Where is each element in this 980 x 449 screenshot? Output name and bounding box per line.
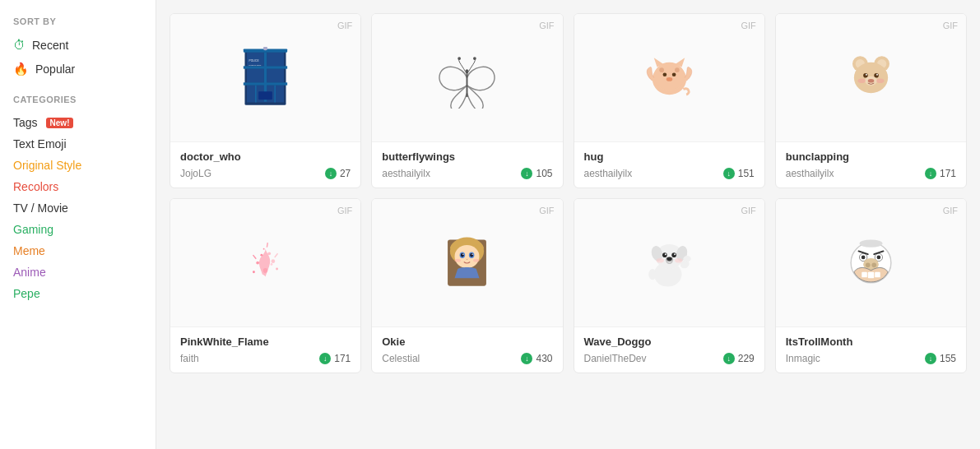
- svg-point-39: [876, 78, 884, 83]
- svg-point-48: [271, 263, 273, 266]
- tags-label: Tags: [13, 116, 38, 129]
- pink-flame-image: [235, 232, 296, 294]
- card-info: bunclapping aesthailyilx ↓ 171: [776, 141, 966, 187]
- card-meta: aesthailyilx ↓ 171: [786, 168, 956, 179]
- card-meta: Celestial ↓ 430: [382, 353, 552, 364]
- sort-by-label: SORT BY: [13, 16, 142, 26]
- svg-point-82: [862, 256, 866, 260]
- gif-label: GIF: [539, 21, 554, 30]
- svg-point-33: [874, 73, 879, 78]
- card-gif-area: GIF: [776, 199, 966, 326]
- card-title: doctor_who: [180, 150, 351, 163]
- download-count: 430: [536, 353, 552, 364]
- sort-popular-label: Popular: [35, 62, 75, 76]
- svg-point-38: [857, 78, 865, 83]
- new-badge: New!: [46, 118, 74, 128]
- svg-point-21: [653, 62, 685, 90]
- gif-label: GIF: [741, 21, 755, 30]
- download-icon: ↓: [723, 353, 735, 364]
- card-meta: faith ↓ 171: [180, 353, 351, 364]
- card-meta: Inmagic ↓ 155: [786, 353, 956, 364]
- svg-point-59: [462, 253, 464, 255]
- sticker-card-itstrollmonth[interactable]: GIF: [775, 198, 967, 373]
- svg-point-77: [675, 258, 682, 263]
- categories-label: CATEGORIES: [13, 95, 142, 104]
- card-author: faith: [180, 353, 199, 364]
- card-title: butterflywings: [382, 150, 552, 163]
- card-meta: JojoLG ↓ 27: [180, 168, 351, 179]
- gif-label: GIF: [741, 206, 755, 215]
- card-title: PinkWhite_Flame: [180, 336, 351, 348]
- svg-rect-88: [868, 272, 875, 279]
- original-style-label: Original Style: [13, 159, 81, 172]
- card-info: doctor_who JojoLG ↓ 27: [170, 141, 360, 187]
- sticker-card-hug[interactable]: GIF: [574, 13, 765, 188]
- download-icon: ↓: [521, 168, 532, 179]
- sidebar: SORT BY ⏱ Recent 🔥 Popular CATEGORIES Ta…: [0, 0, 156, 449]
- card-downloads: ↓ 151: [723, 168, 755, 179]
- svg-point-26: [675, 67, 680, 72]
- tv-movie-label: TV / Movie: [13, 201, 68, 215]
- card-author: Inmagic: [786, 353, 820, 364]
- svg-point-41: [256, 262, 259, 265]
- sidebar-item-tv-movie[interactable]: TV / Movie: [13, 198, 142, 218]
- card-info: PinkWhite_Flame faith ↓ 171: [170, 326, 360, 373]
- sticker-card-wave-doggo[interactable]: GIF: [574, 198, 765, 373]
- download-icon: ↓: [925, 353, 936, 364]
- svg-rect-11: [274, 86, 276, 103]
- troll-image: [840, 232, 902, 294]
- sort-recent-label: Recent: [32, 39, 68, 52]
- sticker-card-okie[interactable]: GIF: [371, 198, 563, 373]
- main-content: GIF POLICE: [156, 0, 980, 449]
- text-emoji-label: Text Emoji: [13, 137, 67, 150]
- card-title: bunclapping: [786, 150, 956, 163]
- svg-point-47: [263, 248, 265, 250]
- svg-rect-2: [267, 53, 284, 67]
- card-gif-area: GIF: [574, 199, 764, 326]
- sidebar-item-tags[interactable]: Tags New!: [13, 113, 142, 132]
- svg-point-83: [876, 256, 880, 260]
- sidebar-item-pepe[interactable]: Pepe: [13, 284, 142, 303]
- sticker-card-bunclapping[interactable]: GIF: [775, 13, 967, 188]
- card-title: ItsTrollMonth: [786, 336, 956, 348]
- gif-label: GIF: [337, 206, 352, 215]
- card-meta: DanielTheDev ↓ 229: [584, 353, 755, 364]
- fire-icon: 🔥: [13, 62, 29, 76]
- card-downloads: ↓ 229: [723, 353, 755, 364]
- sort-popular[interactable]: 🔥 Popular: [13, 58, 142, 80]
- sidebar-item-meme[interactable]: Meme: [13, 241, 142, 261]
- svg-point-70: [674, 253, 676, 255]
- sort-recent[interactable]: ⏱ Recent: [13, 35, 142, 55]
- svg-point-57: [461, 253, 464, 257]
- card-author: aesthailyilx: [584, 168, 633, 179]
- card-downloads: ↓ 105: [521, 168, 552, 179]
- svg-point-46: [276, 268, 278, 271]
- download-count: 27: [340, 168, 351, 179]
- svg-rect-12: [258, 91, 272, 100]
- svg-point-34: [866, 74, 867, 76]
- svg-line-49: [253, 255, 257, 259]
- sticker-card-doctor-who[interactable]: GIF POLICE: [170, 13, 361, 188]
- sidebar-item-original-style[interactable]: Original Style: [13, 155, 142, 175]
- svg-point-68: [671, 252, 676, 257]
- sticker-grid: GIF POLICE: [170, 13, 967, 373]
- download-count: 151: [738, 168, 755, 179]
- download-count: 155: [940, 353, 956, 364]
- sidebar-item-recolors[interactable]: Recolors: [13, 177, 142, 197]
- recolors-label: Recolors: [13, 180, 58, 193]
- sticker-card-pinkwhite-flame[interactable]: GIF: [170, 198, 361, 373]
- svg-point-76: [656, 258, 663, 263]
- card-gif-area: GIF: [372, 14, 562, 141]
- sticker-card-butterflywings[interactable]: GIF: [371, 13, 563, 188]
- svg-rect-10: [255, 86, 257, 103]
- sidebar-item-text-emoji[interactable]: Text Emoji: [13, 134, 142, 154]
- svg-point-18: [458, 57, 462, 60]
- gif-label: GIF: [943, 21, 958, 30]
- card-info: ItsTrollMonth Inmagic ↓ 155: [776, 326, 966, 373]
- svg-line-51: [267, 243, 268, 248]
- download-icon: ↓: [925, 168, 936, 179]
- sidebar-item-anime[interactable]: Anime: [13, 262, 142, 282]
- svg-point-37: [868, 79, 875, 83]
- meme-label: Meme: [13, 244, 45, 257]
- sidebar-item-gaming[interactable]: Gaming: [13, 220, 142, 239]
